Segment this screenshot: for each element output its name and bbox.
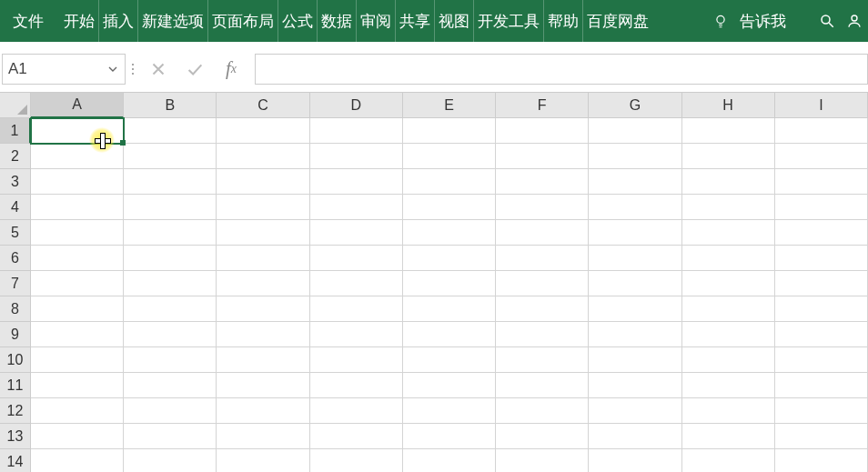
cell[interactable] xyxy=(682,144,775,169)
cell[interactable] xyxy=(310,195,403,220)
row-header-14[interactable]: 14 xyxy=(0,449,31,472)
cell[interactable] xyxy=(403,195,496,220)
cell[interactable] xyxy=(124,271,217,296)
cell[interactable] xyxy=(31,118,124,144)
insert-function-button[interactable]: fx xyxy=(213,54,249,85)
cell[interactable] xyxy=(775,220,868,246)
row-header-7[interactable]: 7 xyxy=(0,271,31,296)
ribbon-tab-home[interactable]: 开始 xyxy=(60,0,99,42)
cell[interactable] xyxy=(31,296,124,322)
column-header-c[interactable]: C xyxy=(217,93,309,118)
cell[interactable] xyxy=(589,169,681,195)
cell[interactable] xyxy=(31,220,124,246)
enter-formula-button[interactable] xyxy=(177,54,213,85)
cell[interactable] xyxy=(775,195,868,220)
cell[interactable] xyxy=(403,449,496,472)
cell[interactable] xyxy=(682,373,775,398)
cell[interactable] xyxy=(589,246,681,271)
row-header-5[interactable]: 5 xyxy=(0,220,31,246)
row-header-9[interactable]: 9 xyxy=(0,322,31,347)
cell[interactable] xyxy=(589,195,681,220)
cell[interactable] xyxy=(682,296,775,322)
cell[interactable] xyxy=(31,271,124,296)
cell[interactable] xyxy=(403,144,496,169)
cell[interactable] xyxy=(217,195,309,220)
cell[interactable] xyxy=(775,449,868,472)
column-header-i[interactable]: I xyxy=(775,93,868,118)
column-header-h[interactable]: H xyxy=(682,93,775,118)
cancel-formula-button[interactable] xyxy=(140,54,177,85)
column-header-b[interactable]: B xyxy=(124,93,217,118)
cell[interactable] xyxy=(589,144,681,169)
cell[interactable] xyxy=(124,118,217,144)
cell[interactable] xyxy=(775,271,868,296)
cell[interactable] xyxy=(775,322,868,347)
cells-region[interactable] xyxy=(31,118,868,472)
cell[interactable] xyxy=(31,373,124,398)
cell[interactable] xyxy=(682,169,775,195)
cell[interactable] xyxy=(217,296,309,322)
cell[interactable] xyxy=(31,169,124,195)
cell[interactable] xyxy=(217,373,309,398)
cell[interactable] xyxy=(217,424,309,449)
ribbon-tab-formulas[interactable]: 公式 xyxy=(278,0,318,42)
cell[interactable] xyxy=(682,424,775,449)
cell[interactable] xyxy=(124,246,217,271)
cell[interactable] xyxy=(124,322,217,347)
cell[interactable] xyxy=(403,271,496,296)
cell[interactable] xyxy=(403,347,496,373)
cell[interactable] xyxy=(403,118,496,144)
cell[interactable] xyxy=(682,246,775,271)
cell[interactable] xyxy=(31,347,124,373)
column-header-d[interactable]: D xyxy=(310,93,403,118)
cell[interactable] xyxy=(589,322,681,347)
tell-me-label[interactable]: 告诉我 xyxy=(740,11,786,32)
cell[interactable] xyxy=(403,169,496,195)
row-header-2[interactable]: 2 xyxy=(0,144,31,169)
cell[interactable] xyxy=(589,347,681,373)
cell[interactable] xyxy=(310,347,403,373)
ribbon-tab-newoption[interactable]: 新建选项 xyxy=(138,0,208,42)
cell[interactable] xyxy=(775,296,868,322)
cell[interactable] xyxy=(496,195,589,220)
cell[interactable] xyxy=(124,169,217,195)
cell[interactable] xyxy=(310,246,403,271)
cell[interactable] xyxy=(496,271,589,296)
cell[interactable] xyxy=(217,347,309,373)
cell[interactable] xyxy=(310,271,403,296)
cell[interactable] xyxy=(682,347,775,373)
row-header-1[interactable]: 1 xyxy=(0,118,31,144)
cell[interactable] xyxy=(682,118,775,144)
cell[interactable] xyxy=(31,246,124,271)
row-header-3[interactable]: 3 xyxy=(0,169,31,195)
cell[interactable] xyxy=(124,296,217,322)
cell[interactable] xyxy=(496,144,589,169)
cell[interactable] xyxy=(310,220,403,246)
cell[interactable] xyxy=(403,220,496,246)
cell[interactable] xyxy=(775,347,868,373)
cell[interactable] xyxy=(496,220,589,246)
name-box-dropdown[interactable] xyxy=(101,55,125,84)
cell[interactable] xyxy=(31,424,124,449)
cell[interactable] xyxy=(31,144,124,169)
cell[interactable] xyxy=(217,271,309,296)
cell[interactable] xyxy=(496,424,589,449)
search-icon[interactable] xyxy=(819,13,835,29)
cell[interactable] xyxy=(124,195,217,220)
cell[interactable] xyxy=(217,449,309,472)
cell[interactable] xyxy=(775,424,868,449)
ribbon-tab-pagelayout[interactable]: 页面布局 xyxy=(208,0,278,42)
cell[interactable] xyxy=(775,398,868,424)
row-header-6[interactable]: 6 xyxy=(0,246,31,271)
ribbon-tab-devtools[interactable]: 开发工具 xyxy=(474,0,544,42)
ribbon-tab-review[interactable]: 审阅 xyxy=(357,0,396,42)
cell[interactable] xyxy=(310,373,403,398)
cell[interactable] xyxy=(403,296,496,322)
cell[interactable] xyxy=(217,220,309,246)
cell[interactable] xyxy=(310,144,403,169)
cell[interactable] xyxy=(310,296,403,322)
cell[interactable] xyxy=(496,449,589,472)
cell[interactable] xyxy=(124,220,217,246)
cell[interactable] xyxy=(217,398,309,424)
formula-input[interactable] xyxy=(255,54,868,85)
